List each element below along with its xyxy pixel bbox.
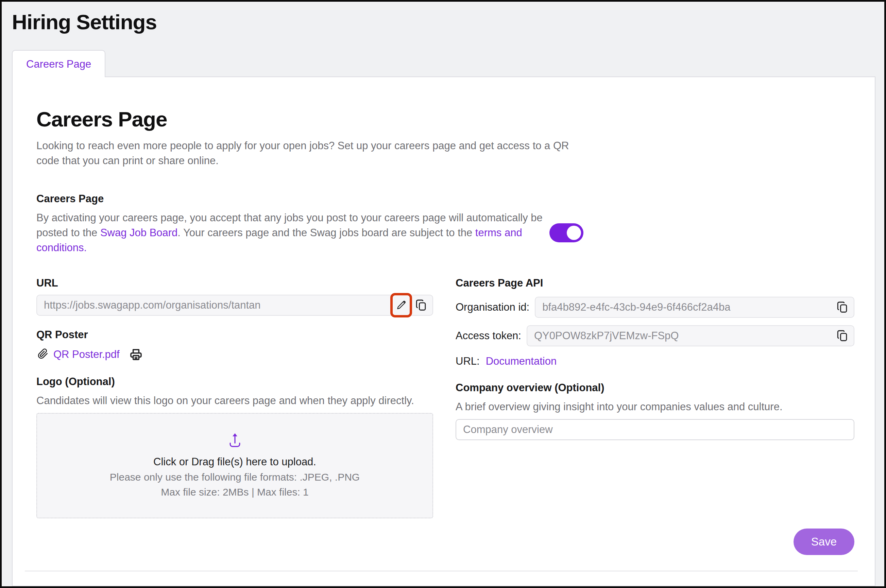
copy-access-token-button[interactable] [835, 328, 850, 343]
dropzone-limits: Max file size: 2MBs | Max files: 1 [161, 484, 309, 500]
section-intro: Looking to reach even more people to app… [36, 138, 574, 168]
copy-icon [836, 301, 849, 314]
api-heading: Careers Page API [456, 277, 854, 289]
careers-page-panel: Careers Page Looking to reach even more … [12, 76, 875, 586]
organisation-id-value: bfa4b892-e4fc-43cb-94e9-6f466cf2a4ba [542, 301, 835, 314]
tab-careers-page-label: Careers Page [26, 58, 91, 70]
logo-upload-dropzone[interactable]: Click or Drag file(s) here to upload. Pl… [36, 413, 433, 518]
save-button[interactable]: Save [793, 528, 854, 555]
tab-bar: Careers Page [12, 49, 884, 76]
page-title: Hiring Settings [12, 10, 884, 34]
logo-label: Logo (Optional) [36, 376, 433, 388]
print-qr-button[interactable] [129, 347, 143, 362]
api-url-label: URL: [456, 355, 480, 368]
bottom-divider [25, 571, 858, 572]
organisation-id-field[interactable]: bfa4b892-e4fc-43cb-94e9-6f466cf2a4ba [535, 297, 854, 318]
documentation-link[interactable]: Documentation [486, 355, 557, 368]
careers-url-value: https://jobs.swagapp.com/organisations/t… [44, 299, 390, 311]
access-token-label: Access token: [456, 330, 521, 342]
tab-careers-page[interactable]: Careers Page [12, 50, 105, 77]
organisation-id-label: Organisation id: [456, 301, 529, 314]
careers-url-field[interactable]: https://jobs.swagapp.com/organisations/t… [36, 295, 433, 316]
toggle-knob [567, 226, 581, 240]
copy-icon [415, 299, 428, 312]
careers-page-toggle[interactable] [550, 223, 583, 242]
edit-url-button[interactable] [395, 299, 408, 312]
company-overview-description: A brief overview giving insight into you… [456, 399, 854, 414]
dropzone-title: Click or Drag file(s) here to upload. [153, 454, 316, 470]
logo-description: Candidates will view this logo on your c… [36, 393, 433, 408]
access-token-field[interactable]: QY0POW8zkP7jVEMzw-FSpQ [527, 325, 854, 346]
access-token-value: QY0POW8zkP7jVEMzw-FSpQ [534, 330, 835, 342]
careers-toggle-label: Careers Page [36, 193, 854, 205]
action-highlight-box [390, 293, 412, 318]
paperclip-icon [36, 348, 49, 361]
toggle-text-2: . Your careers page and the Swag jobs bo… [177, 227, 475, 238]
company-overview-heading: Company overview (Optional) [456, 382, 854, 394]
copy-icon [836, 329, 849, 342]
careers-toggle-description: By activating your careers page, you acc… [36, 210, 545, 255]
copy-url-button[interactable] [414, 298, 428, 312]
company-overview-input[interactable] [456, 419, 854, 440]
pencil-icon [395, 300, 407, 311]
qr-poster-label: QR Poster [36, 328, 433, 341]
url-label: URL [36, 277, 433, 289]
careers-toggle-row: By activating your careers page, you acc… [36, 210, 854, 255]
dropzone-formats: Please only use the following file forma… [110, 470, 360, 484]
copy-organisation-id-button[interactable] [835, 300, 850, 314]
printer-icon [129, 348, 143, 361]
section-heading: Careers Page [36, 107, 854, 132]
swag-job-board-link[interactable]: Swag Job Board [100, 227, 177, 238]
qr-poster-file-link[interactable]: QR Poster.pdf [53, 348, 120, 361]
right-column: Careers Page API Organisation id: bfa4b8… [456, 277, 854, 440]
upload-arrow-icon [226, 432, 244, 451]
left-column: URL https://jobs.swagapp.com/organisatio… [36, 277, 433, 518]
